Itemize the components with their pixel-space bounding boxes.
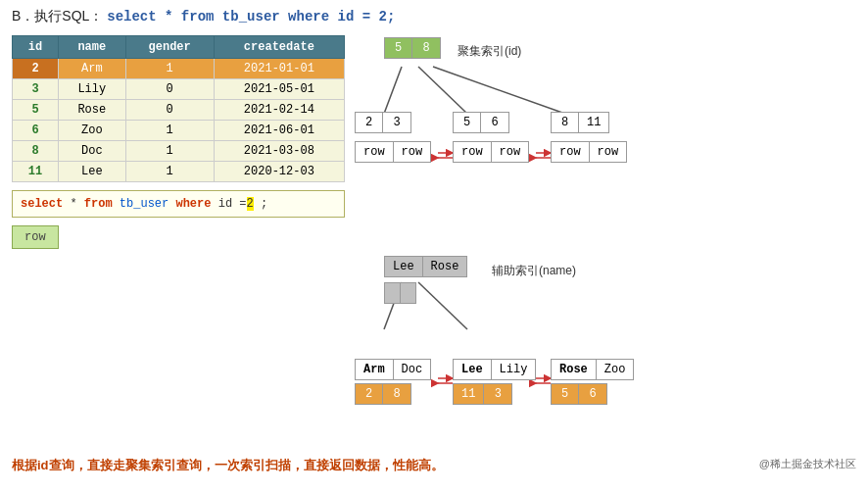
cluster-mid-r-11: 11 bbox=[579, 113, 608, 132]
table-row: 3 Lily 0 2021-05-01 bbox=[13, 79, 345, 100]
cluster-mid-l-3: 3 bbox=[383, 113, 410, 132]
sec-leaf-zoo: Zoo bbox=[597, 360, 634, 379]
secondary-leaf-left-top: Arm Doc bbox=[355, 359, 431, 380]
sec-leaf-11: 11 bbox=[454, 384, 484, 404]
cluster-leaf-c-row2: row bbox=[492, 142, 529, 162]
sec-leaf-3: 3 bbox=[484, 384, 511, 404]
table-row: 8 Doc 1 2021-03-08 bbox=[13, 141, 345, 162]
row-label: row bbox=[24, 230, 46, 244]
cluster-leaf-c-row1: row bbox=[454, 142, 492, 162]
cluster-mid-center: 5 6 bbox=[453, 112, 509, 133]
col-createdate: createdate bbox=[214, 36, 344, 59]
secondary-root-rose: Rose bbox=[423, 257, 467, 276]
secondary-mid-node bbox=[384, 282, 416, 304]
left-panel: id name gender createdate 2 Arm 1 2021-0… bbox=[12, 35, 345, 249]
result-row-box: row bbox=[12, 225, 59, 249]
secondary-leaf-mid-top: Lee Lily bbox=[453, 359, 536, 380]
sec-leaf-2: 2 bbox=[356, 384, 383, 404]
cluster-root-node: 5 8 bbox=[384, 37, 441, 59]
right-panel: 5 8 聚集索引(id) 2 3 5 6 8 11 bbox=[355, 35, 856, 447]
sec-leaf-6: 6 bbox=[579, 384, 606, 404]
sql-text: select * from tb_user where id =2 ; bbox=[21, 197, 267, 211]
table-row: 5 Rose 0 2021-02-14 bbox=[13, 100, 345, 121]
svg-line-8 bbox=[418, 282, 467, 329]
conclusion-text: 根据id查询，直接走聚集索引查询，一次索引扫描，直接返回数据，性能高。 bbox=[12, 458, 444, 472]
title-prefix: B．执行SQL： bbox=[12, 8, 103, 24]
svg-line-2 bbox=[433, 67, 565, 114]
secondary-leaf-right-bottom: 5 6 bbox=[551, 383, 607, 405]
sec-leaf-arm: Arm bbox=[356, 360, 394, 379]
cluster-mid-left: 2 3 bbox=[355, 112, 411, 133]
cluster-leaf-left: row row bbox=[355, 141, 431, 163]
title-sql: select * from tb_user where id = 2; bbox=[107, 9, 395, 25]
cluster-leaf-l-row1: row bbox=[356, 142, 394, 162]
sec-mid-ptr2 bbox=[401, 283, 415, 303]
sec-mid-ptr1 bbox=[385, 283, 401, 303]
bottom-text: @稀土掘金技术社区 根据id查询，直接走聚集索引查询，一次索引扫描，直接返回数据… bbox=[12, 457, 856, 474]
table-row: 11 Lee 1 2020-12-03 bbox=[13, 162, 345, 182]
table-row: 6 Zoo 1 2021-06-01 bbox=[13, 121, 345, 141]
cluster-mid-c-5: 5 bbox=[454, 113, 481, 132]
svg-line-0 bbox=[384, 67, 402, 114]
col-name: name bbox=[59, 36, 126, 59]
watermark: @稀土掘金技术社区 bbox=[759, 457, 856, 471]
cluster-leaf-r-row1: row bbox=[552, 142, 590, 162]
secondary-leaf-left-bottom: 2 8 bbox=[355, 383, 411, 405]
table-row: 2 Arm 1 2021-01-01 bbox=[13, 59, 345, 79]
cluster-mid-l-2: 2 bbox=[356, 113, 383, 132]
sql-box: select * from tb_user where id =2 ; bbox=[12, 190, 345, 218]
secondary-root-lee: Lee bbox=[385, 257, 423, 276]
cluster-mid-c-6: 6 bbox=[481, 113, 508, 132]
secondary-index-label: 辅助索引(name) bbox=[492, 263, 576, 279]
sec-leaf-lily: Lily bbox=[492, 360, 536, 379]
cluster-leaf-center: row row bbox=[453, 141, 529, 163]
secondary-leaf-right-top: Rose Zoo bbox=[551, 359, 634, 380]
cluster-leaf-right: row row bbox=[551, 141, 627, 163]
table-header-row: id name gender createdate bbox=[13, 36, 345, 59]
data-table: id name gender createdate 2 Arm 1 2021-0… bbox=[12, 35, 345, 182]
cluster-leaf-l-row2: row bbox=[394, 142, 431, 162]
cluster-root-cell-8: 8 bbox=[412, 38, 440, 58]
secondary-root-node: Lee Rose bbox=[384, 256, 467, 277]
cluster-root-cell-5: 5 bbox=[385, 38, 412, 58]
cluster-mid-right: 8 11 bbox=[551, 112, 609, 133]
col-gender: gender bbox=[125, 36, 214, 59]
cluster-leaf-r-row2: row bbox=[590, 142, 627, 162]
sec-leaf-8: 8 bbox=[383, 384, 410, 404]
sec-leaf-doc: Doc bbox=[394, 360, 431, 379]
title-line: B．执行SQL： select * from tb_user where id … bbox=[12, 8, 856, 25]
svg-line-1 bbox=[418, 67, 467, 114]
sec-leaf-lee: Lee bbox=[454, 360, 492, 379]
sec-leaf-rose: Rose bbox=[552, 360, 597, 379]
main-content: id name gender createdate 2 Arm 1 2021-0… bbox=[12, 35, 856, 447]
col-id: id bbox=[13, 36, 59, 59]
sec-leaf-5: 5 bbox=[552, 384, 579, 404]
cluster-mid-r-8: 8 bbox=[552, 113, 579, 132]
clustered-index-label: 聚集索引(id) bbox=[458, 43, 521, 60]
secondary-leaf-mid-bottom: 11 3 bbox=[453, 383, 512, 405]
